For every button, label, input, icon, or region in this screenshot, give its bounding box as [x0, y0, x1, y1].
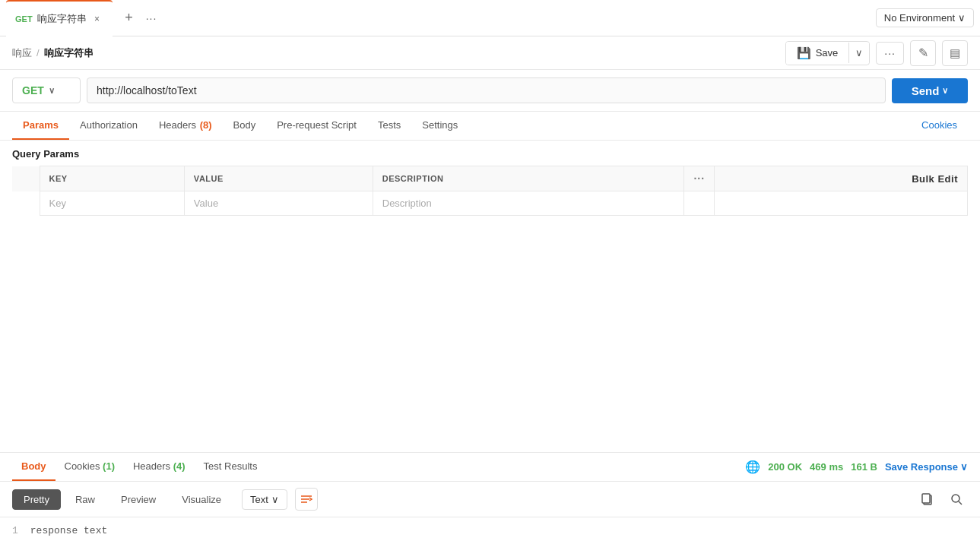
- request-tabs: Params Authorization Headers (8) Body Pr…: [0, 112, 980, 141]
- key-input-cell[interactable]: Key: [40, 191, 184, 216]
- comment-icon: ▤: [950, 46, 960, 60]
- edit-icon: ✎: [918, 46, 928, 60]
- environment-selector[interactable]: No Environment ∨: [876, 8, 974, 27]
- resp-tab-test-results-label: Test Results: [204, 460, 258, 472]
- tab-prerequest[interactable]: Pre-request Script: [266, 112, 367, 140]
- search-response-button[interactable]: [945, 488, 968, 511]
- breadcrumb-separator: /: [36, 47, 40, 59]
- chevron-down-icon: ∨: [271, 494, 279, 505]
- text-format-dropdown[interactable]: Text ∨: [242, 489, 287, 510]
- tab-params[interactable]: Params: [12, 112, 69, 140]
- send-button[interactable]: Send ∨: [892, 78, 968, 103]
- tab-authorization[interactable]: Authorization: [69, 112, 148, 140]
- resp-tab-test-results[interactable]: Test Results: [195, 453, 267, 481]
- chevron-down-icon: ∨: [958, 12, 966, 24]
- url-bar: GET ∨ Send ∨: [0, 70, 980, 112]
- response-size: 161 B: [851, 461, 877, 473]
- tab-settings-label: Settings: [422, 119, 458, 131]
- response-status-area: 🌐 200 OK 469 ms 161 B Save Response ∨: [745, 460, 968, 474]
- response-time: 469 ms: [810, 461, 843, 473]
- new-tab-button[interactable]: +: [119, 8, 140, 29]
- wrap-lines-button[interactable]: [295, 488, 318, 511]
- desc-input-cell[interactable]: Description: [373, 191, 684, 216]
- params-section: Query Params KEY VALUE DESCRIPTION ··· B…: [0, 141, 980, 219]
- tab-title: 响应字符串: [37, 12, 87, 26]
- request-tab[interactable]: GET 响应字符串 ×: [6, 0, 113, 36]
- svg-point-5: [952, 495, 959, 502]
- tab-settings[interactable]: Settings: [411, 112, 468, 140]
- status-code: 200 OK: [768, 461, 802, 473]
- save-response-button[interactable]: Save Response ∨: [885, 461, 968, 473]
- row-more-cell: [684, 191, 715, 216]
- url-input[interactable]: [87, 77, 886, 103]
- globe-icon: 🌐: [745, 460, 760, 474]
- fmt-visualize-button[interactable]: Visualize: [170, 489, 233, 510]
- tab-tests[interactable]: Tests: [367, 112, 411, 140]
- header-more-button[interactable]: ···: [876, 42, 904, 65]
- row-checkbox[interactable]: [12, 191, 40, 216]
- breadcrumb-current: 响应字符串: [44, 46, 94, 60]
- search-icon: [950, 492, 963, 506]
- save-disk-icon: 💾: [797, 46, 811, 60]
- tab-tests-label: Tests: [378, 119, 401, 131]
- response-format-bar: Pretty Raw Preview Visualize Text ∨: [0, 482, 980, 517]
- resp-tab-cookies-label: Cookies: [65, 460, 100, 472]
- copy-icon: [921, 492, 934, 506]
- tab-more-button[interactable]: ···: [146, 12, 157, 24]
- send-label: Send: [912, 84, 940, 97]
- chevron-down-icon: ∨: [960, 461, 968, 473]
- response-tabs: Body Cookies (1) Headers (4) Test Result…: [0, 453, 980, 482]
- bulk-edit-button[interactable]: Bulk Edit: [715, 166, 968, 191]
- resp-tab-body[interactable]: Body: [12, 453, 56, 481]
- response-section: Body Cookies (1) Headers (4) Test Result…: [0, 452, 980, 544]
- text-format-label: Text: [250, 494, 268, 505]
- chevron-down-icon: ∨: [942, 86, 948, 96]
- comment-button[interactable]: ▤: [942, 40, 968, 66]
- resp-tab-headers[interactable]: Headers (4): [124, 453, 195, 481]
- env-label: No Environment: [884, 12, 955, 24]
- fmt-pretty-button[interactable]: Pretty: [12, 489, 61, 510]
- table-row: Key Value Description: [12, 191, 968, 216]
- tab-headers-label: Headers: [159, 119, 196, 131]
- resp-cookies-badge: (1): [100, 460, 115, 472]
- tab-method-label: GET: [15, 14, 33, 24]
- response-text: response text: [30, 525, 107, 536]
- save-button-group: 💾 Save ∨: [785, 41, 871, 65]
- request-header: 响应 / 响应字符串 💾 Save ∨ ··· ✎ ▤: [0, 36, 980, 70]
- row-bulk-cell: [715, 191, 968, 216]
- method-label: GET: [22, 84, 44, 96]
- edit-button[interactable]: ✎: [910, 40, 936, 66]
- tab-body-label: Body: [233, 119, 256, 131]
- tab-body[interactable]: Body: [223, 112, 267, 140]
- save-response-label: Save Response: [885, 461, 958, 473]
- tab-close-button[interactable]: ×: [91, 13, 103, 25]
- save-label: Save: [816, 47, 839, 59]
- chevron-down-icon: ∨: [855, 47, 863, 59]
- params-key-header: KEY: [40, 166, 184, 191]
- line-number: 1: [12, 525, 18, 536]
- params-value-header: VALUE: [184, 166, 373, 191]
- save-button[interactable]: 💾 Save: [786, 42, 849, 65]
- copy-response-button[interactable]: [916, 488, 939, 511]
- resp-tab-body-label: Body: [21, 460, 46, 472]
- tab-cookies-label: Cookies: [921, 119, 957, 131]
- fmt-preview-button[interactable]: Preview: [109, 489, 167, 510]
- method-select[interactable]: GET ∨: [12, 77, 81, 103]
- value-input-cell[interactable]: Value: [184, 191, 373, 216]
- tab-headers[interactable]: Headers (8): [148, 112, 223, 140]
- svg-rect-4: [922, 494, 930, 503]
- resp-tab-cookies[interactable]: Cookies (1): [56, 453, 124, 481]
- breadcrumb-parent[interactable]: 响应: [12, 46, 32, 60]
- tab-prerequest-label: Pre-request Script: [277, 119, 357, 131]
- params-checkbox-header: [12, 166, 40, 191]
- fmt-raw-button[interactable]: Raw: [64, 489, 106, 510]
- resp-headers-badge: (4): [170, 460, 186, 472]
- response-body: 1response text: [0, 517, 980, 544]
- save-dropdown-button[interactable]: ∨: [848, 43, 869, 63]
- tab-cookies[interactable]: Cookies: [911, 112, 968, 140]
- tab-authorization-label: Authorization: [80, 119, 138, 131]
- spacer: [0, 219, 980, 452]
- header-actions: 💾 Save ∨ ··· ✎ ▤: [785, 40, 968, 66]
- params-table: KEY VALUE DESCRIPTION ··· Bulk Edit Key …: [12, 166, 968, 216]
- tab-params-label: Params: [23, 119, 59, 131]
